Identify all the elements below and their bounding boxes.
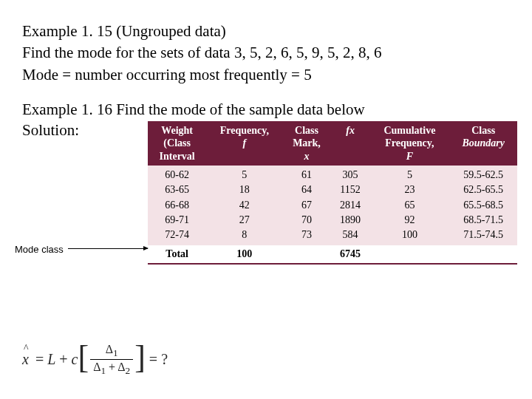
col-boundary-header: Class Boundary (449, 121, 517, 166)
mode-class-label: Mode class (15, 244, 64, 255)
col-classmark-header: Class Mark, x (282, 121, 330, 166)
example-1-15-prompt: Find the mode for the sets of data 3, 5,… (22, 42, 510, 64)
example-1-15-result: Mode = number occurring most frequently … (22, 64, 510, 86)
col-cumfreq-header: Cumulative Frequency, F (369, 121, 449, 166)
col-frequency-header: Frequency, f (206, 121, 282, 166)
col-weight-header: Weight (Class Interval (148, 121, 206, 166)
arrow-icon (68, 248, 148, 249)
example-1-16-title: Example 1. 16 Find the mode of the sampl… (22, 99, 510, 120)
mode-formula: x = L + c [ Δ1 Δ1 + Δ2 ] = ? (22, 342, 171, 377)
table-total-row: Total 100 6745 (148, 245, 517, 264)
table-row: 60-62 63-65 66-68 69-71 72-74 5 18 42 27… (148, 166, 517, 245)
frequency-table: Weight (Class Interval Frequency, f Clas… (148, 121, 517, 265)
col-fx-header: fx (331, 121, 370, 166)
example-1-15-title: Example 1. 15 (Ungrouped data) (22, 21, 510, 42)
solution-label: Solution: (22, 121, 148, 140)
